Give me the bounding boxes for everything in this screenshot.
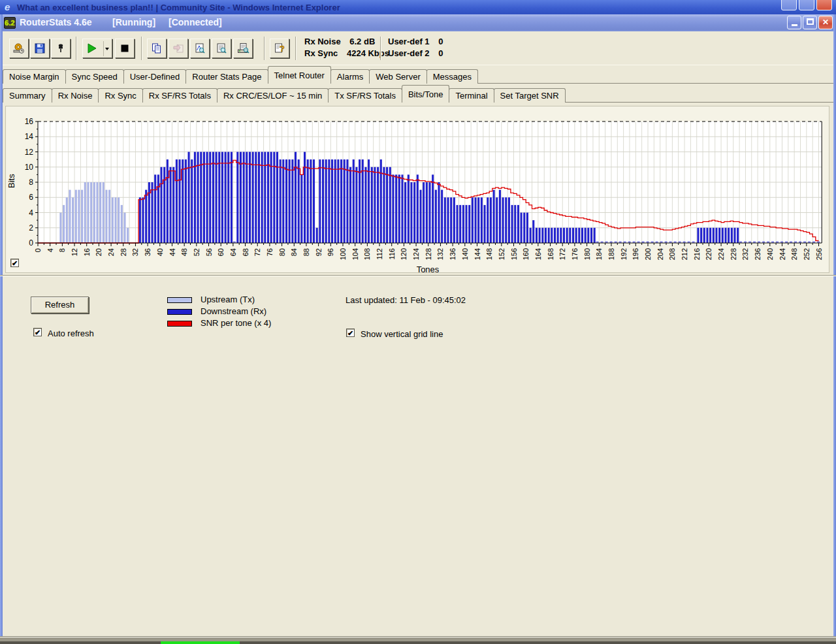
tab-messages[interactable]: Messages [426, 69, 478, 84]
tab-rx-sfrs-totals[interactable]: Rx SF/RS Totals [142, 88, 217, 103]
svg-text:156: 156 [510, 248, 518, 260]
svg-text:212: 212 [681, 248, 688, 260]
tab-rx-noise[interactable]: Rx Noise [52, 88, 99, 103]
refresh-button[interactable]: Refresh [31, 297, 89, 314]
svg-text:188: 188 [607, 248, 615, 260]
last-updated-text: Last updated: 11 Feb - 09:45:02 [346, 295, 466, 305]
tab-alarms[interactable]: Alarms [330, 69, 370, 84]
pushpin-icon [55, 42, 67, 54]
tab-sync-speed[interactable]: Sync Speed [65, 69, 124, 84]
svg-text:220: 220 [705, 248, 713, 260]
app-icon: 6.2 [4, 17, 16, 29]
svg-text:256: 256 [815, 248, 823, 260]
copy-button[interactable] [147, 39, 167, 58]
chart-canvas: 0246810121416048121620242832364044485256… [6, 106, 829, 272]
svg-text:132: 132 [436, 248, 444, 260]
tab-terminal[interactable]: Terminal [449, 88, 494, 103]
stop-button[interactable] [115, 39, 135, 58]
user-def2-value: 0 [438, 48, 443, 59]
auto-refresh-label: Auto refresh [48, 329, 94, 338]
section-divider [0, 275, 836, 276]
tab-set-target-snr[interactable]: Set Target SNR [494, 88, 566, 103]
bits-per-tone-chart: 0246810121416048121620242832364044485256… [5, 106, 829, 273]
window-border-right [833, 14, 836, 644]
x-axis-label: Tones [385, 265, 470, 274]
report-preview-button[interactable] [212, 39, 231, 58]
background-window-titlebar: e What an excellent business plan!! | Co… [0, 0, 836, 14]
background-minimize-button[interactable] [781, 0, 797, 10]
tab-router-stats-page[interactable]: Router Stats Page [185, 69, 268, 84]
titlebar[interactable]: 6.2 RouterStats 4.6e [Running] [Connecte… [0, 14, 836, 31]
tab-summary[interactable]: Summary [3, 88, 52, 103]
print-preview-button[interactable] [233, 39, 253, 58]
svg-text:236: 236 [754, 248, 762, 260]
rx-sync-label: Rx Sync [304, 48, 338, 59]
svg-text:96: 96 [327, 248, 334, 256]
chart-option-checkbox[interactable]: ✔ [10, 259, 19, 267]
svg-text:8: 8 [29, 178, 33, 187]
tab-tx-sfrs-totals[interactable]: Tx SF/RS Totals [328, 88, 402, 103]
toolbar-separator [141, 37, 142, 60]
svg-text:6: 6 [29, 193, 33, 202]
svg-text:68: 68 [242, 248, 249, 256]
user-def1-label: User-def 1 [388, 36, 430, 48]
settings-button[interactable] [9, 39, 29, 58]
svg-text:92: 92 [315, 248, 323, 256]
toolbar-separator [380, 37, 381, 60]
tab-rx-sync[interactable]: Rx Sync [98, 88, 142, 103]
window-title: RouterStats 4.6e [20, 17, 91, 27]
maximize-button[interactable] [803, 16, 817, 29]
pin-on-top-button[interactable] [51, 39, 71, 58]
snr-legend-swatch [167, 321, 192, 327]
background-window-buttons [781, 0, 832, 10]
svg-text:12: 12 [25, 148, 34, 157]
svg-text:172: 172 [558, 248, 566, 260]
svg-text:168: 168 [547, 248, 555, 260]
auto-refresh-checkbox[interactable]: ✔ [33, 328, 42, 336]
primary-tabstrip: Noise MarginSync SpeedUser-DefinedRouter… [3, 65, 833, 84]
tab-web-server[interactable]: Web Server [369, 69, 426, 84]
tab-noise-margin[interactable]: Noise Margin [3, 69, 66, 84]
graph-preview-button[interactable] [190, 39, 210, 58]
svg-text:224: 224 [717, 248, 725, 260]
svg-text:64: 64 [229, 248, 237, 256]
svg-text:184: 184 [595, 248, 603, 260]
svg-text:8: 8 [58, 248, 66, 252]
svg-text:176: 176 [571, 248, 579, 260]
chevron-down-icon[interactable] [105, 48, 109, 50]
svg-text:160: 160 [522, 248, 530, 260]
background-maximize-button[interactable] [799, 0, 814, 10]
y-axis-label: Bits [7, 174, 16, 188]
user-def2-label: User-def 2 [388, 48, 430, 59]
internet-explorer-icon: e [5, 2, 15, 12]
paste-icon [172, 42, 184, 54]
svg-text:24: 24 [107, 248, 115, 256]
copy-pages-icon [151, 42, 163, 54]
svg-text:72: 72 [253, 248, 261, 256]
svg-text:16: 16 [83, 248, 91, 256]
minimize-button[interactable] [787, 16, 801, 29]
svg-text:104: 104 [351, 248, 359, 260]
show-grid-checkbox[interactable]: ✔ [346, 329, 355, 337]
tab-user-defined[interactable]: User-Defined [123, 69, 187, 84]
user-def1-value: 0 [438, 36, 443, 48]
save-button[interactable] [30, 39, 50, 58]
svg-text:10: 10 [25, 163, 34, 172]
svg-text:2: 2 [29, 223, 33, 233]
svg-text:144: 144 [474, 248, 481, 260]
tab-telnet-router[interactable]: Telnet Router [268, 66, 331, 84]
tab-rx-crc-es-lof[interactable]: Rx CRC/ES/LOF ~ 15 min [217, 88, 329, 103]
settings-gear-icon [13, 42, 25, 54]
report-preview-icon [216, 42, 227, 54]
svg-text:80: 80 [278, 248, 286, 256]
help-button[interactable]: ? [270, 39, 289, 58]
svg-text:4: 4 [46, 248, 54, 252]
svg-text:32: 32 [131, 248, 139, 256]
svg-text:36: 36 [144, 248, 152, 256]
background-close-button[interactable] [816, 0, 832, 10]
tab-bits-tone[interactable]: Bits/Tone [402, 85, 449, 103]
svg-text:112: 112 [376, 248, 383, 260]
close-button[interactable]: ✕ [818, 16, 833, 29]
svg-text:40: 40 [156, 248, 164, 256]
start-button[interactable] [82, 39, 112, 58]
